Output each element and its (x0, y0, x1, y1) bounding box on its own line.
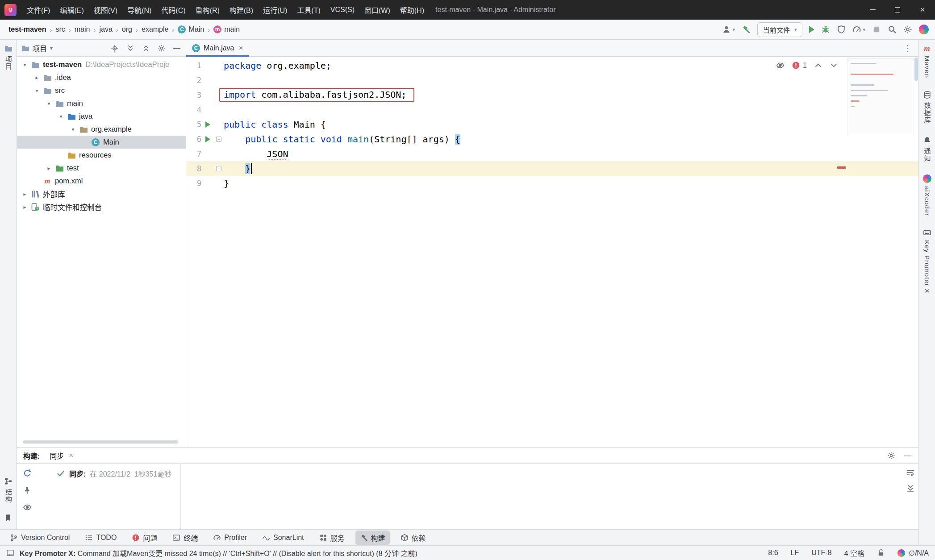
fold-icon[interactable]: − (216, 137, 221, 142)
tool-window-button[interactable]: 问题 (127, 531, 162, 545)
close-tab-icon[interactable]: × (69, 451, 73, 460)
plugin-icon[interactable] (919, 25, 929, 34)
tree-item[interactable]: ▾src (17, 84, 186, 97)
breadcrumb-item[interactable]: test-maven (6, 25, 48, 34)
tree-item[interactable]: ▸外部库 (17, 187, 186, 200)
profiler-button[interactable]: ▾ (852, 25, 865, 34)
tree-item[interactable]: ▸.idea (17, 71, 186, 84)
run-gutter-slot[interactable] (201, 121, 214, 128)
stop-button[interactable] (872, 25, 881, 34)
soft-wrap-icon[interactable] (906, 468, 915, 477)
menu-item[interactable]: 编辑(E) (55, 0, 88, 20)
editor-scrollbar[interactable] (914, 58, 918, 81)
stripe-button[interactable]: aiXcoder (923, 174, 931, 216)
menu-item[interactable]: 文件(F) (22, 0, 55, 20)
user-dropdown[interactable]: ▾ (722, 25, 735, 34)
next-error-icon[interactable] (830, 61, 838, 70)
prev-error-icon[interactable] (814, 61, 822, 70)
breadcrumb-item[interactable]: src (53, 25, 67, 34)
code-line[interactable]: 9} (186, 176, 918, 191)
tree-item[interactable]: ▸test (17, 162, 186, 174)
tool-window-button[interactable]: 构建 (355, 531, 390, 545)
stripe-button[interactable]: 通知 (922, 136, 932, 162)
close-tab-icon[interactable]: × (238, 44, 243, 53)
gear-icon[interactable] (887, 452, 895, 460)
line-separator[interactable]: LF (791, 549, 799, 557)
menu-item[interactable]: 构建(B) (225, 0, 258, 20)
build-tab-sync[interactable]: 同步 × (50, 450, 73, 461)
coverage-button[interactable] (837, 25, 846, 34)
highlighting-level-icon[interactable] (776, 61, 785, 70)
tool-window-button[interactable]: SonarLint (258, 532, 309, 543)
code-line[interactable]: 5public class Main { (186, 117, 918, 132)
tab-main-java[interactable]: C Main.java × (186, 40, 249, 56)
tool-window-button[interactable]: 终端 (168, 531, 202, 545)
stripe-project-button[interactable]: 项目 (4, 44, 13, 70)
menu-item[interactable]: 导航(N) (122, 0, 156, 20)
breadcrumb-item[interactable]: main (72, 25, 92, 34)
close-button[interactable]: × (910, 0, 935, 20)
tool-window-button[interactable]: 服务 (315, 531, 349, 545)
stripe-button[interactable]: Key Promoter X (923, 228, 931, 294)
breadcrumb-item[interactable]: org (120, 25, 134, 34)
chevron-down-icon[interactable]: ▾ (50, 45, 53, 51)
menu-item[interactable]: 运行(U) (258, 0, 292, 20)
breadcrumb-item[interactable]: java (97, 25, 115, 34)
filter-icon[interactable] (23, 503, 32, 512)
menu-item[interactable]: 工具(T) (292, 0, 325, 20)
code-line[interactable]: 6− public static void main(String[] args… (186, 132, 918, 146)
panel-divider[interactable] (180, 464, 181, 529)
tool-windows-icon[interactable] (6, 549, 14, 557)
tree-chevron-icon[interactable]: ▾ (20, 62, 30, 68)
tool-window-button[interactable]: Profiler (209, 532, 251, 543)
run-button[interactable] (809, 26, 814, 33)
tree-item[interactable]: CMain (17, 136, 186, 149)
build-project-button[interactable] (742, 25, 751, 34)
readonly-lock-icon[interactable] (877, 549, 885, 557)
menu-item[interactable]: 窗口(W) (359, 0, 395, 20)
aixcoder-status[interactable]: ∅/N/A (897, 549, 929, 557)
menu-item[interactable]: 代码(C) (156, 0, 190, 20)
reload-maven-icon[interactable] (23, 469, 32, 478)
sync-status-row[interactable]: 同步: 在 2022/11/2 1秒351毫秒 (56, 468, 171, 479)
code-line[interactable]: 3import com.alibaba.fastjson2.JSON; (186, 87, 918, 102)
fold-gutter-slot[interactable]: − (214, 137, 224, 142)
hide-panel-icon[interactable]: — (173, 44, 181, 52)
tree-item[interactable]: ▾test-mavenD:\IdeaProjects\IdeaProje (17, 58, 186, 71)
code-line[interactable]: 4 (186, 102, 918, 117)
minimize-button[interactable] (860, 0, 885, 20)
tree-item[interactable]: resources (17, 149, 186, 162)
stripe-structure-button[interactable]: 结构 (4, 477, 13, 503)
breadcrumb-item[interactable]: CMain (175, 25, 206, 34)
tree-chevron-icon[interactable]: ▾ (44, 100, 54, 107)
run-line-icon[interactable] (205, 136, 210, 142)
search-everywhere-button[interactable] (888, 25, 897, 34)
tree-item[interactable]: mpom.xml (17, 174, 186, 187)
tree-chevron-icon[interactable]: ▸ (20, 191, 30, 197)
indent-style[interactable]: 4 空格 (844, 548, 864, 558)
expand-all-icon[interactable] (126, 44, 134, 52)
locate-file-icon[interactable] (111, 44, 119, 52)
stripe-bookmarks-button[interactable] (4, 514, 13, 522)
run-line-icon[interactable] (205, 121, 210, 128)
breadcrumb-item[interactable]: mmain (211, 25, 242, 34)
error-stripe-mark[interactable] (837, 166, 846, 169)
debug-button[interactable] (821, 25, 830, 34)
code-line[interactable]: 8− } (186, 161, 918, 176)
tree-chevron-icon[interactable]: ▸ (44, 165, 54, 171)
caret-position[interactable]: 8:6 (768, 549, 778, 557)
tree-chevron-icon[interactable]: ▸ (32, 75, 42, 81)
menu-item[interactable]: 重构(R) (191, 0, 225, 20)
settings-button[interactable] (903, 25, 912, 34)
file-encoding[interactable]: UTF-8 (811, 549, 831, 557)
fold-icon[interactable]: − (216, 166, 221, 171)
scroll-to-end-icon[interactable] (906, 484, 915, 493)
run-gutter-slot[interactable] (201, 136, 214, 142)
code-line[interactable]: 7 JSON (186, 146, 918, 161)
maximize-button[interactable] (885, 0, 910, 20)
stripe-button[interactable]: mMaven (923, 44, 931, 78)
tree-item[interactable]: ▾main (17, 97, 186, 110)
breadcrumb-item[interactable]: example (139, 25, 171, 34)
tree-item[interactable]: ▾org.example (17, 123, 186, 136)
editor-body[interactable]: 1package org.example;23import com.alibab… (186, 57, 918, 447)
